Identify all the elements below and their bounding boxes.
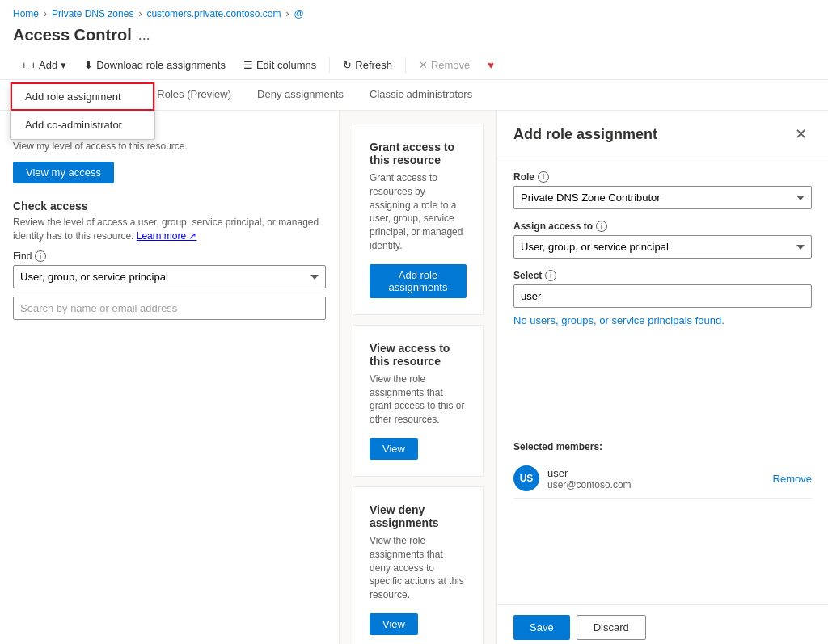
selected-members-section: Selected members: US user user@contoso.c… bbox=[513, 441, 812, 499]
find-info-icon: i bbox=[35, 250, 46, 262]
assign-access-field-group: Assign access to i User, group, or servi… bbox=[513, 221, 812, 259]
view-access-button[interactable]: View bbox=[370, 438, 418, 460]
check-access-section: Check access Review the level of access … bbox=[13, 200, 326, 321]
breadcrumb-resource[interactable]: customers.private.contoso.com bbox=[146, 8, 281, 19]
discard-button[interactable]: Discard bbox=[577, 615, 646, 640]
tab-deny-assignments[interactable]: Deny assignments bbox=[244, 80, 357, 110]
remove-button[interactable]: ✕ Remove bbox=[411, 54, 478, 76]
edit-columns-label: Edit columns bbox=[256, 59, 316, 71]
grant-access-card: Grant access to this resource Grant acce… bbox=[353, 124, 484, 315]
member-info: user user@contoso.com bbox=[547, 467, 765, 490]
select-info-icon: i bbox=[545, 270, 556, 281]
favorite-button[interactable]: ♥ bbox=[479, 54, 502, 76]
edit-columns-button[interactable]: ☰ Edit columns bbox=[235, 54, 324, 76]
role-info-icon: i bbox=[538, 171, 549, 183]
find-label: Find i bbox=[13, 250, 326, 262]
refresh-button[interactable]: ↻ Refresh bbox=[335, 54, 400, 76]
page-title: Access Control bbox=[13, 26, 132, 44]
side-panel-body: Role i Private DNS Zone Contributor Assi… bbox=[497, 158, 828, 604]
view-deny-desc: View the role assignments that deny acce… bbox=[370, 534, 467, 602]
view-my-access-button[interactable]: View my access bbox=[13, 162, 114, 183]
select-field-group: Select i No users, groups, or service pr… bbox=[513, 270, 812, 333]
grant-access-title: Grant access to this resource bbox=[370, 141, 467, 166]
check-access-desc: Review the level of access a user, group… bbox=[13, 216, 326, 243]
role-field-label: Role i bbox=[513, 171, 812, 183]
page-header: Access Control ... bbox=[0, 23, 828, 51]
add-label: + Add bbox=[31, 59, 58, 71]
view-access-title: View access to this resource bbox=[370, 342, 467, 368]
selected-members-label: Selected members: bbox=[513, 441, 812, 452]
remove-icon: ✕ bbox=[419, 59, 428, 71]
tab-classic-admins[interactable]: Classic administrators bbox=[357, 80, 485, 110]
learn-more-link[interactable]: Learn more ↗ bbox=[137, 230, 197, 242]
find-select-wrapper: User, group, or service principal bbox=[13, 265, 326, 288]
role-select-wrapper: Private DNS Zone Contributor bbox=[513, 186, 812, 209]
add-dropdown-menu: Add role assignment Add co-administrator bbox=[10, 82, 155, 140]
assign-select[interactable]: User, group, or service principal bbox=[513, 235, 812, 259]
side-panel-header: Add role assignment ✕ bbox=[497, 111, 828, 158]
role-select[interactable]: Private DNS Zone Contributor bbox=[513, 186, 812, 209]
grant-access-desc: Grant access to resources by assigning a… bbox=[370, 171, 467, 253]
main-content: My access View my level of access to thi… bbox=[0, 111, 828, 644]
add-role-assignments-button[interactable]: Add role assignments bbox=[370, 264, 467, 298]
columns-icon: ☰ bbox=[243, 59, 253, 71]
find-select[interactable]: User, group, or service principal bbox=[13, 265, 326, 288]
select-text-input[interactable] bbox=[513, 284, 812, 308]
refresh-icon: ↻ bbox=[343, 59, 352, 71]
close-button[interactable]: ✕ bbox=[790, 124, 812, 145]
side-panel: Add role assignment ✕ Role i Private DNS… bbox=[496, 111, 828, 644]
my-access-desc: View my level of access to this resource… bbox=[13, 140, 326, 154]
download-label: Download role assignments bbox=[96, 59, 226, 71]
assign-info-icon: i bbox=[596, 221, 607, 232]
breadcrumb-private-dns[interactable]: Private DNS zones bbox=[52, 8, 133, 19]
search-input[interactable] bbox=[13, 297, 326, 320]
tab-roles-preview[interactable]: Roles (Preview) bbox=[144, 80, 244, 110]
assign-access-label: Assign access to i bbox=[513, 221, 812, 232]
chevron-down-icon: ▾ bbox=[61, 59, 66, 71]
refresh-label: Refresh bbox=[355, 59, 392, 71]
select-field-label: Select i bbox=[513, 270, 812, 281]
view-deny-card: View deny assignments View the role assi… bbox=[353, 486, 484, 644]
member-item: US user user@contoso.com Remove bbox=[513, 459, 812, 499]
add-co-admin-item[interactable]: Add co-administrator bbox=[11, 111, 154, 139]
add-icon: + bbox=[21, 59, 27, 71]
member-name: user bbox=[547, 467, 765, 479]
download-icon: ⬇ bbox=[84, 59, 93, 71]
member-remove-link[interactable]: Remove bbox=[773, 473, 812, 485]
view-access-card: View access to this resource View the ro… bbox=[353, 325, 484, 477]
remove-label: Remove bbox=[431, 59, 470, 71]
assign-select-wrapper: User, group, or service principal bbox=[513, 235, 812, 259]
member-email: user@contoso.com bbox=[547, 479, 765, 490]
view-access-desc: View the role assignments that grant acc… bbox=[370, 373, 467, 427]
add-button[interactable]: + + Add ▾ bbox=[13, 54, 74, 76]
view-deny-title: View deny assignments bbox=[370, 503, 467, 529]
breadcrumb-home[interactable]: Home bbox=[13, 8, 39, 19]
side-panel-title: Add role assignment bbox=[513, 126, 657, 143]
check-access-title: Check access bbox=[13, 200, 326, 213]
breadcrumb: Home › Private DNS zones › customers.pri… bbox=[0, 0, 828, 23]
role-field-group: Role i Private DNS Zone Contributor bbox=[513, 171, 812, 209]
left-panel: My access View my level of access to thi… bbox=[0, 111, 340, 644]
more-options-icon[interactable]: ... bbox=[138, 27, 150, 44]
separator-1 bbox=[329, 57, 330, 74]
add-role-assignment-item[interactable]: Add role assignment bbox=[11, 82, 154, 111]
separator-2 bbox=[405, 57, 406, 74]
breadcrumb-at[interactable]: @ bbox=[294, 8, 303, 19]
cards-area: Grant access to this resource Grant acce… bbox=[340, 111, 496, 644]
member-avatar: US bbox=[513, 465, 539, 491]
heart-icon: ♥ bbox=[488, 59, 494, 71]
no-results-text: No users, groups, or service principals … bbox=[513, 308, 812, 333]
download-button[interactable]: ⬇ Download role assignments bbox=[76, 54, 234, 76]
save-button[interactable]: Save bbox=[513, 615, 570, 640]
view-deny-button[interactable]: View bbox=[370, 613, 418, 635]
toolbar: + + Add ▾ Add role assignment Add co-adm… bbox=[0, 51, 828, 80]
side-panel-footer: Save Discard bbox=[497, 604, 828, 644]
